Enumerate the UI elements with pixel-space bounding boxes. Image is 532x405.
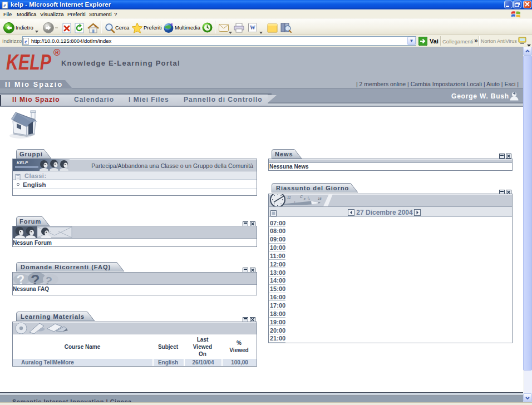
svg-text:C: C: [300, 195, 303, 199]
svg-text:12: 12: [287, 196, 291, 199]
svg-text:e: e: [3, 2, 6, 8]
svg-text:?: ?: [31, 273, 40, 284]
svg-text:W: W: [250, 24, 255, 31]
svg-text:16: 16: [318, 197, 322, 200]
svg-text:KELP: KELP: [17, 160, 28, 165]
svg-text:tg: tg: [308, 196, 310, 200]
svg-text:e: e: [24, 38, 27, 45]
svg-text:p: p: [303, 197, 306, 200]
